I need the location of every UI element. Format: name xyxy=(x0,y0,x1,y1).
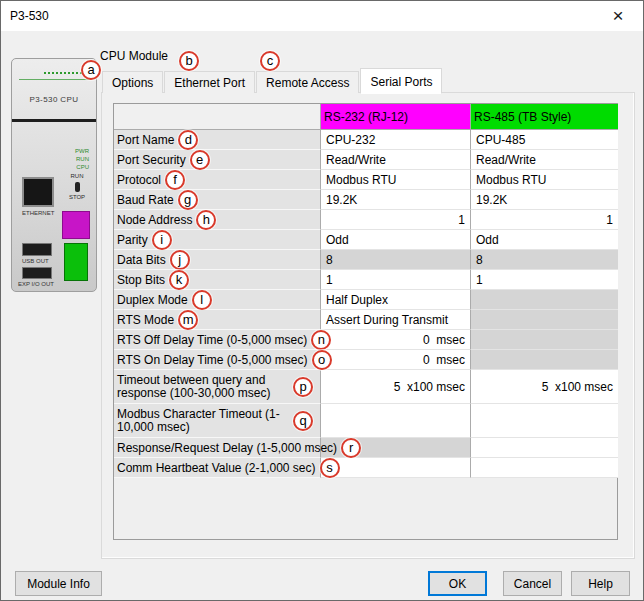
annotation-mark-k: k xyxy=(169,270,189,290)
annotation-mark-h: h xyxy=(196,210,216,230)
table-header-row: RS-232 (RJ-12) RS-485 (TB Style) xyxy=(114,104,617,130)
module-model-label: P3-530 CPU xyxy=(12,95,96,104)
switch-icon xyxy=(75,182,80,192)
row-label-text: Duplex Mode xyxy=(117,293,188,307)
row-label-text: Baud Rate xyxy=(117,193,174,207)
row-parity: ParityiOddOdd xyxy=(114,230,617,250)
rs232-value-cell[interactable]: Modbus RTU xyxy=(320,170,470,190)
tab-ethernet-port[interactable]: Ethernet Port xyxy=(164,71,255,93)
rs232-value-cell[interactable]: CPU-232 xyxy=(320,130,470,150)
ethernet-label: ETHERNET xyxy=(22,210,54,216)
row-label: Comm Heartbeat Value (2-1,000 sec)s xyxy=(114,458,320,478)
run-stop-switch: RUN STOP xyxy=(64,173,90,201)
rs232-value-cell[interactable]: 0 msec xyxy=(320,350,470,370)
module-divider xyxy=(12,119,96,122)
rs485-value-cell xyxy=(470,290,618,310)
row-modbus-character-timeout-1-10-000-msec: Modbus Character Timeout (1-10,000 msec)… xyxy=(114,404,617,438)
rs232-port-icon xyxy=(62,211,90,239)
row-label-text: RTS Off Delay Time (0-5,000 msec) xyxy=(117,333,307,347)
table-filler xyxy=(114,478,617,539)
ok-button[interactable]: OK xyxy=(428,571,487,596)
row-label: Data Bitsj xyxy=(114,250,320,270)
row-label-text: Comm Heartbeat Value (2-1,000 sec) xyxy=(117,461,316,475)
exp-io-label: EXP I/O OUT xyxy=(18,281,54,287)
rs485-value-cell[interactable]: 1 xyxy=(470,270,618,290)
annotation-mark-d: d xyxy=(178,130,198,150)
rs232-value-cell[interactable]: 1 xyxy=(320,210,470,230)
close-icon[interactable]: × xyxy=(597,1,639,30)
annotation-mark-n: n xyxy=(311,330,331,350)
rs485-value-cell[interactable]: 19.2K xyxy=(470,190,618,210)
row-protocol: ProtocolfModbus RTUModbus RTU xyxy=(114,170,617,190)
rs232-value-cell[interactable]: Assert During Transmit xyxy=(320,310,470,330)
row-label: Node Addressh xyxy=(114,210,320,230)
annotation-mark-m: m xyxy=(178,310,198,330)
row-label: RTS On Delay Time (0-5,000 msec)o xyxy=(114,350,320,370)
annotation-mark-i: i xyxy=(152,230,172,250)
rs232-column-header: RS-232 (RJ-12) xyxy=(320,104,470,130)
rs485-value-cell[interactable]: 5 x100 msec xyxy=(470,370,618,404)
module-photo: P3-530 CPU PWR RUN CPU RUN STOP ETHERNET… xyxy=(11,58,97,292)
rs232-value-cell[interactable]: 1 xyxy=(320,270,470,290)
annotation-mark-p: p xyxy=(293,377,313,397)
row-label-text: Parity xyxy=(117,233,148,247)
row-rts-mode: RTS ModemAssert During Transmit xyxy=(114,310,617,330)
rs232-value-cell[interactable]: 5 x100 msec xyxy=(320,370,470,404)
rs232-value-cell[interactable]: 0 msec xyxy=(320,330,470,350)
row-stop-bits: Stop Bitsk11 xyxy=(114,270,617,290)
tab-remote-access[interactable]: Remote Access xyxy=(256,71,359,93)
header-empty-cell xyxy=(114,104,320,130)
rs485-value-cell[interactable] xyxy=(470,438,618,458)
row-response-request-delay-1-5-000-msec: Response/Request Delay (1-5,000 msec)r xyxy=(114,438,617,458)
rs485-value-cell[interactable] xyxy=(470,458,618,478)
row-timeout-between-query-and-response-100-30-000-msec: Timeout between query and response (100-… xyxy=(114,370,617,404)
rs232-value-cell[interactable] xyxy=(320,404,470,438)
rs232-value-cell: 8 xyxy=(320,250,470,270)
rs232-value-cell[interactable]: Odd xyxy=(320,230,470,250)
row-label: Parityi xyxy=(114,230,320,250)
annotation-mark-l: l xyxy=(192,290,212,310)
row-label-text: Modbus Character Timeout (1-10,000 msec) xyxy=(117,408,289,434)
tab-strip: OptionsEthernet PortRemote AccessSerial … xyxy=(102,67,443,93)
rs485-port-icon xyxy=(64,243,88,281)
rs485-value-cell[interactable]: Odd xyxy=(470,230,618,250)
row-label-text: Node Address xyxy=(117,213,192,227)
tab-serial-ports[interactable]: Serial Ports xyxy=(360,68,442,94)
annotation-mark-r: r xyxy=(341,438,361,458)
row-rts-off-delay-time-0-5-000-msec: RTS Off Delay Time (0-5,000 msec)n0 msec xyxy=(114,330,617,350)
row-label: Timeout between query and response (100-… xyxy=(114,370,320,404)
rs485-value-cell[interactable]: Read/Write xyxy=(470,150,618,170)
usb-out-label: USB OUT xyxy=(22,258,49,264)
title-bar: P3-530 × xyxy=(1,1,643,31)
help-button[interactable]: Help xyxy=(571,571,630,596)
ethernet-port-icon xyxy=(22,177,54,207)
rs232-value-cell[interactable]: 19.2K xyxy=(320,190,470,210)
module-info-button[interactable]: Module Info xyxy=(15,571,102,596)
row-label: Stop Bitsk xyxy=(114,270,320,290)
row-label-text: Protocol xyxy=(117,173,161,187)
rs485-value-cell[interactable] xyxy=(470,404,618,438)
cancel-button[interactable]: Cancel xyxy=(503,571,562,596)
cpu-module-group-label: CPU Module xyxy=(100,49,168,63)
row-node-address: Node Addressh11 xyxy=(114,210,617,230)
rs232-value-cell[interactable]: Half Duplex xyxy=(320,290,470,310)
rs485-column-header: RS-485 (TB Style) xyxy=(470,104,618,130)
annotation-mark-b: b xyxy=(179,51,199,71)
rs485-value-cell[interactable]: 1 xyxy=(470,210,618,230)
module-accent-line xyxy=(19,79,91,80)
row-label: Baud Rateg xyxy=(114,190,320,210)
rs485-value-cell[interactable]: Modbus RTU xyxy=(470,170,618,190)
row-label: Port Securitye xyxy=(114,150,320,170)
annotation-mark-a: a xyxy=(81,60,101,80)
row-label-text: Timeout between query and response (100-… xyxy=(117,374,289,400)
rs232-value-cell[interactable] xyxy=(320,458,470,478)
row-label: Response/Request Delay (1-5,000 msec)r xyxy=(114,438,320,458)
rs232-value-cell[interactable]: Read/Write xyxy=(320,150,470,170)
rs485-value-cell[interactable]: CPU-485 xyxy=(470,130,618,150)
row-port-name: Port NamedCPU-232CPU-485 xyxy=(114,130,617,150)
tab-options[interactable]: Options xyxy=(102,71,163,93)
window-title: P3-530 xyxy=(10,9,49,23)
row-label: Modbus Character Timeout (1-10,000 msec)… xyxy=(114,404,320,438)
switch-run-label: RUN xyxy=(71,173,84,179)
row-label: Port Named xyxy=(114,130,320,150)
